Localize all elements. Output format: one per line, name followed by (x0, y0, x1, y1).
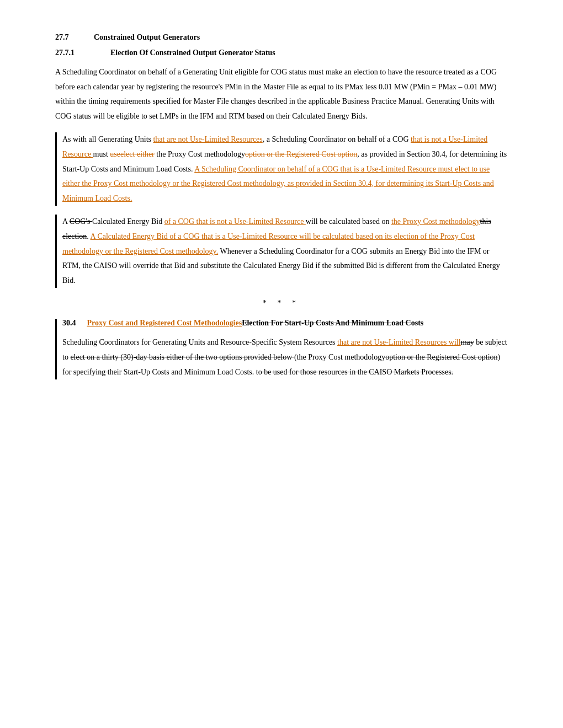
section-30-4-title-strike: Election For Start-Up Costs And Minimum … (242, 319, 423, 327)
para3-link2: the Proxy Cost methodology (391, 217, 480, 226)
section-27-7-title: Constrained Output Generators (94, 33, 200, 42)
section-27-7-1-title: Election Of Constrained Output Generator… (110, 49, 275, 57)
para-30-4-paren-open: (the Proxy Cost methodology (294, 353, 385, 361)
para-30-4-strike2: elect on a thirty (30)-day basis either … (70, 353, 294, 361)
para-30-4-strike1: may (461, 338, 474, 346)
paragraph-30-4-1: Scheduling Coordinators for Generating U… (62, 335, 508, 379)
para-30-4-strike5: to be used for those resources in the CA… (256, 368, 453, 376)
para3-cog-strike: COG's (70, 217, 92, 226)
page: 27.7 Constrained Output Generators 27.7.… (0, 0, 563, 421)
paragraph-3: A COG's Calculated Energy Bid of a COG t… (62, 215, 508, 288)
section-27-7-number: 27.7 (55, 33, 83, 42)
para-30-4-link: that are not Use-Limited Resources will (337, 338, 461, 346)
paragraph-3-block: A COG's Calculated Energy Bid of a COG t… (55, 215, 508, 288)
section-30-4-block: 30.4 Proxy Cost and Registered Cost Meth… (55, 319, 508, 379)
para-30-4-mid4: their Start-Up Costs and Minimum Load Co… (108, 368, 252, 376)
para2-mid1: , a Scheduling Coordinator on behalf of … (263, 135, 411, 143)
paragraph-2-block: As with all Generating Units that are no… (55, 132, 508, 206)
section-27-7-1-number: 27.7.1 (55, 49, 99, 57)
paragraph-1: A Scheduling Coordinator on behalf of a … (55, 65, 508, 124)
para3-mid1: Calculated Energy Bid (92, 217, 164, 226)
section-27-7-1-heading: 27.7.1 Election Of Constrained Output Ge… (55, 49, 508, 57)
para-30-4-period: . (252, 368, 256, 376)
section-27-7-heading: 27.7 Constrained Output Generators (55, 33, 508, 42)
para2-must: must (93, 150, 110, 158)
section-30-4-number: 30.4 (62, 319, 76, 328)
para3-link1: of a COG that is not a Use-Limited Resou… (164, 217, 306, 226)
para2-link1: that are not Use-Limited Resources (153, 135, 262, 143)
para-30-4-pre: Scheduling Coordinators for Generating U… (62, 338, 337, 346)
para3-mid2: will be calculated based on (306, 217, 391, 226)
paragraph-2: As with all Generating Units that are no… (62, 132, 508, 206)
section-30-4-title: Proxy Cost and Registered Cost Methodolo… (87, 319, 424, 328)
separator: * * * (55, 299, 508, 308)
para2-strike2: option or the Registered Cost option (245, 150, 357, 158)
para2-strike1: useelect either (110, 150, 154, 158)
section-30-4-title-orange: Proxy Cost and Registered Cost Methodolo… (87, 319, 242, 327)
para-30-4-strike3: option or the Registered Cost option (385, 353, 497, 361)
para2-mid3: the Proxy Cost methodology (155, 150, 245, 158)
para-30-4-strike4: specifying (73, 368, 108, 376)
para2-pre: As with all Generating Units (62, 135, 153, 143)
para3-pre: A (62, 217, 70, 226)
section-30-4-heading: 30.4 Proxy Cost and Registered Cost Meth… (62, 319, 508, 328)
